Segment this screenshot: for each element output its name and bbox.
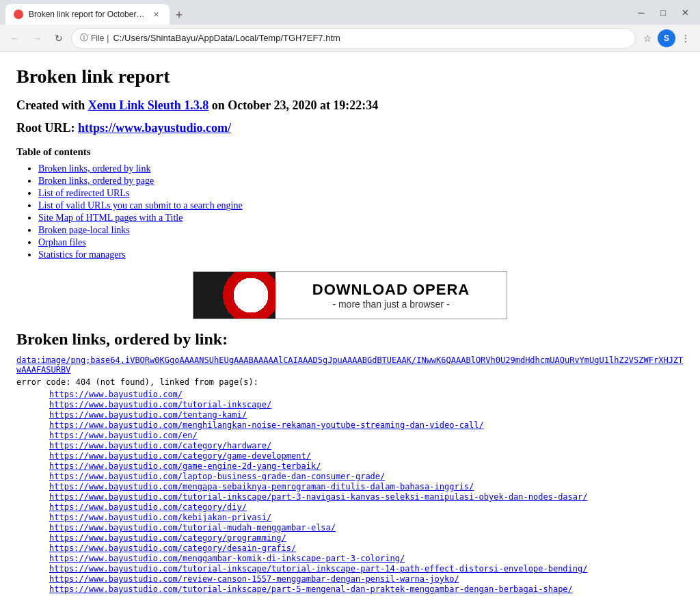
toc-item: Broken links, ordered by link: [38, 163, 684, 174]
linked-page-url[interactable]: https://www.bayustudio.com/laptop-busine…: [49, 472, 684, 481]
new-tab-button[interactable]: +: [170, 5, 189, 25]
created-prefix: Created with: [16, 98, 88, 112]
security-indicator: ⓘ File |: [80, 32, 109, 44]
linked-page-url[interactable]: https://www.bayustudio.com/en/: [49, 431, 684, 440]
toc-item: Broken links, ordered by page: [38, 176, 684, 187]
tab-bar: Broken link report for October 2... ✕ +: [5, 0, 626, 25]
toc-item: Orphan files: [38, 237, 684, 248]
linked-page-url[interactable]: https://www.bayustudio.com/tutorial-inks…: [49, 400, 684, 409]
xenu-link[interactable]: Xenu Link Sleuth 1.3.8: [88, 98, 209, 112]
toc-item: Site Map of HTML pages with a Title: [38, 213, 684, 224]
linked-page-url[interactable]: https://www.bayustudio.com/kebijakan-pri…: [49, 513, 684, 522]
bookmark-button[interactable]: ☆: [638, 29, 656, 47]
minimize-button[interactable]: ─: [632, 3, 651, 22]
root-url-link[interactable]: https://www.bayustudio.com/: [78, 121, 231, 135]
linked-page-url[interactable]: https://www.bayustudio.com/mengapa-sebai…: [49, 482, 684, 491]
toc-link[interactable]: Broken links, ordered by page: [38, 176, 154, 186]
toc-link[interactable]: List of valid URLs you can submit to a s…: [38, 200, 243, 211]
close-button[interactable]: ✕: [675, 3, 695, 22]
toc-list: Broken links, ordered by linkBroken link…: [16, 163, 684, 260]
linked-page-url[interactable]: https://www.bayustudio.com/menggambar-ko…: [49, 554, 684, 563]
opera-sub-text: - more than just a browser -: [281, 299, 501, 310]
window-controls: ─ □ ✕: [632, 3, 695, 22]
toc-link[interactable]: Broken links, ordered by link: [38, 163, 150, 174]
active-tab[interactable]: Broken link report for October 2... ✕: [5, 4, 170, 25]
error-code: error code: 404 (not found), linked from…: [16, 377, 684, 387]
created-line: Created with Xenu Link Sleuth 1.3.8 on O…: [16, 98, 684, 113]
title-bar: Broken link report for October 2... ✕ + …: [0, 0, 700, 25]
tab-close-button[interactable]: ✕: [150, 9, 161, 20]
linked-page-url[interactable]: https://www.bayustudio.com/category/desa…: [49, 543, 684, 553]
page-content: Broken link report Created with Xenu Lin…: [0, 52, 700, 607]
toc-heading: Table of contents: [16, 146, 684, 158]
linked-page-url[interactable]: https://www.bayustudio.com/tutorial-muda…: [49, 523, 684, 532]
linked-page-url[interactable]: https://www.bayustudio.com/category/hard…: [49, 441, 684, 450]
linked-page-url[interactable]: https://www.bayustudio.com/category/diy/: [49, 502, 684, 512]
separator: |: [107, 33, 109, 43]
toc-link[interactable]: Orphan files: [38, 237, 86, 247]
linked-page-url[interactable]: https://www.bayustudio.com/category/prog…: [49, 533, 684, 543]
toc-item: List of valid URLs you can submit to a s…: [38, 200, 684, 211]
page-title: Broken link report: [16, 66, 684, 87]
maximize-button[interactable]: □: [654, 3, 673, 22]
toc-item: Statistics for managers: [38, 249, 684, 260]
forward-button[interactable]: →: [27, 29, 46, 48]
address-actions: ☆ S ⋮: [638, 29, 695, 47]
opera-ad-text: DOWNLOAD OPERA - more than just a browse…: [275, 275, 507, 315]
toc-link[interactable]: Broken page-local links: [38, 225, 130, 235]
root-url-prefix: Root URL:: [16, 121, 78, 135]
root-url-line: Root URL: https://www.bayustudio.com/: [16, 121, 684, 135]
url-bar[interactable]: ⓘ File | C:/Users/ShintaBayu/AppData/Loc…: [71, 28, 636, 49]
linked-page-url[interactable]: https://www.bayustudio.com/tutorial-inks…: [49, 584, 684, 594]
opera-logo: [193, 271, 275, 319]
created-suffix: on October 23, 2020 at 19:22:34: [208, 98, 378, 112]
broken-links-heading: Broken links, ordered by link:: [16, 330, 684, 349]
profile-button[interactable]: S: [658, 29, 675, 47]
url-path: C:/Users/ShintaBayu/AppData/Local/Temp/T…: [113, 33, 627, 43]
address-bar: ← → ↻ ⓘ File | C:/Users/ShintaBayu/AppDa…: [0, 25, 700, 52]
linked-page-url[interactable]: https://www.bayustudio.com/: [49, 390, 684, 399]
back-button[interactable]: ←: [5, 29, 25, 48]
linked-page-url[interactable]: https://www.bayustudio.com/tentang-kami/: [49, 410, 684, 420]
toc-item: List of redirected URLs: [38, 188, 684, 199]
linked-pages-list: https://www.bayustudio.com/https://www.b…: [16, 390, 684, 594]
tab-title: Broken link report for October 2...: [29, 10, 145, 19]
toc-link[interactable]: Statistics for managers: [38, 249, 126, 260]
linked-page-url[interactable]: https://www.bayustudio.com/review-canson…: [49, 574, 684, 584]
linked-page-url[interactable]: https://www.bayustudio.com/tutorial-inks…: [49, 492, 684, 502]
linked-page-url[interactable]: https://www.bayustudio.com/game-engine-2…: [49, 461, 684, 471]
refresh-button[interactable]: ↻: [49, 29, 68, 48]
broken-link-url[interactable]: data:image/png;base64,iVBORw0KGgoAAAANSU…: [16, 355, 684, 375]
toc-link[interactable]: List of redirected URLs: [38, 188, 129, 198]
info-icon: ⓘ: [80, 32, 88, 44]
linked-page-url[interactable]: https://www.bayustudio.com/category/game…: [49, 451, 684, 461]
browser-content: Broken link report Created with Xenu Lin…: [0, 52, 700, 607]
opera-advertisement[interactable]: DOWNLOAD OPERA - more than just a browse…: [193, 271, 507, 319]
security-label: File: [91, 33, 104, 43]
linked-page-url[interactable]: https://www.bayustudio.com/menghilangkan…: [49, 420, 684, 430]
opera-main-text: DOWNLOAD OPERA: [281, 281, 501, 299]
toc-item: Broken page-local links: [38, 225, 684, 236]
linked-page-url[interactable]: https://www.bayustudio.com/tutorial-inks…: [49, 564, 684, 574]
toc-link[interactable]: Site Map of HTML pages with a Title: [38, 213, 183, 223]
menu-button[interactable]: ⋮: [677, 29, 695, 47]
tab-favicon: [14, 10, 23, 19]
